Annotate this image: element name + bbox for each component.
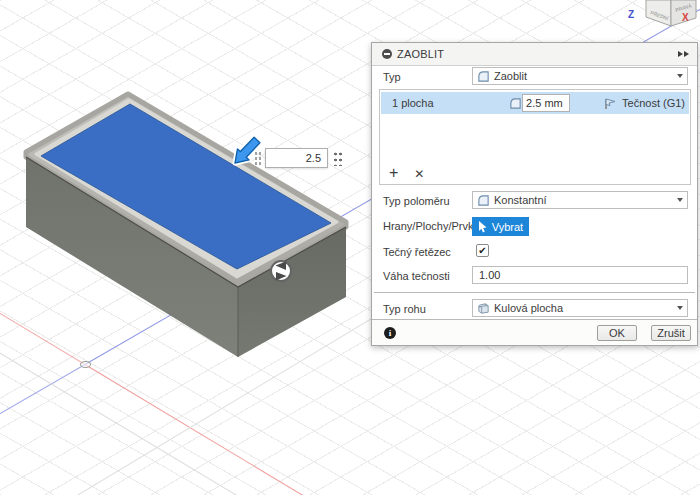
tangency-weight-label: Váha tečnosti <box>383 270 450 282</box>
chevron-down-icon <box>677 74 683 78</box>
edges-label: Hrany/Plochy/Prvky <box>383 220 479 232</box>
cancel-button[interactable]: Zrušit <box>651 325 691 341</box>
tangent-chain-label: Tečný řetězec <box>383 246 451 258</box>
cursor-icon <box>478 221 488 233</box>
x-axis-label[interactable]: X <box>682 12 689 23</box>
dialog-header[interactable]: ZAOBLIT <box>372 43 697 66</box>
corner-type-label: Typ rohu <box>383 303 426 315</box>
radius-field[interactable]: 2.5 mm <box>522 94 570 112</box>
corner-type-dropdown[interactable]: Kulová plocha <box>472 299 688 317</box>
list-actions: + ✕ <box>389 166 424 181</box>
continuity-value[interactable]: Tečnost (G1) <box>622 97 685 109</box>
radius-value-input[interactable]: 2.5 <box>265 148 328 168</box>
fillet-icon <box>477 70 490 83</box>
remove-selection-button[interactable]: ✕ <box>414 167 424 181</box>
dialog-title: ZAOBLIT <box>397 48 444 60</box>
fillet-type-dropdown[interactable]: Zaoblit <box>472 67 688 85</box>
select-button-label: Vybrat <box>492 221 523 233</box>
rounded-cube-icon <box>477 302 490 315</box>
ok-button[interactable]: OK <box>597 325 637 341</box>
fillet-icon <box>477 194 490 207</box>
radius-type-dropdown[interactable]: Konstantní <box>472 191 688 209</box>
selection-count-label: 1 plocha <box>392 97 434 109</box>
viewport-3d[interactable]: PŘEDNÍ PRAVÁ Z X 2.5 ZAOBLIT Typ Zaoblit <box>0 0 700 495</box>
dialog-footer: i OK Zrušit <box>372 319 697 345</box>
z-axis-label[interactable]: Z <box>628 9 634 20</box>
collapse-dialog-icon[interactable] <box>676 49 691 59</box>
info-icon[interactable]: i <box>384 327 396 339</box>
drag-grip-icon[interactable] <box>253 150 262 167</box>
select-button[interactable]: Vybrat <box>472 217 529 236</box>
radius-type-value: Konstantní <box>494 194 547 206</box>
fillet-dialog: ZAOBLIT Typ Zaoblit 1 plocha 2.5 mm <box>371 42 698 346</box>
fillet-selection-list[interactable]: 1 plocha 2.5 mm Tečnost (G1) + ✕ <box>379 89 691 185</box>
corner-type-value: Kulová plocha <box>494 302 563 314</box>
dialog-grip-icon[interactable] <box>382 49 392 59</box>
fillet-icon <box>509 97 522 110</box>
options-dots-icon[interactable] <box>332 150 342 166</box>
fillet-type-value: Zaoblit <box>494 70 527 82</box>
radius-manipulator-group: 2.5 <box>253 148 342 168</box>
section-divider <box>374 292 695 293</box>
radius-type-label: Typ poloměru <box>383 195 450 207</box>
type-label: Typ <box>383 71 401 83</box>
chevron-down-icon <box>677 198 683 202</box>
tangency-flag-icon <box>604 97 618 110</box>
checkmark-icon: ✔ <box>478 245 486 256</box>
list-item[interactable]: 1 plocha 2.5 mm Tečnost (G1) <box>381 92 689 114</box>
chevron-down-icon <box>677 306 683 310</box>
sphere-handle-icon[interactable] <box>271 261 291 281</box>
tangent-chain-checkbox[interactable]: ✔ <box>476 244 489 257</box>
tangency-weight-input[interactable]: 1.00 <box>472 266 688 284</box>
add-selection-button[interactable]: + <box>389 166 398 180</box>
